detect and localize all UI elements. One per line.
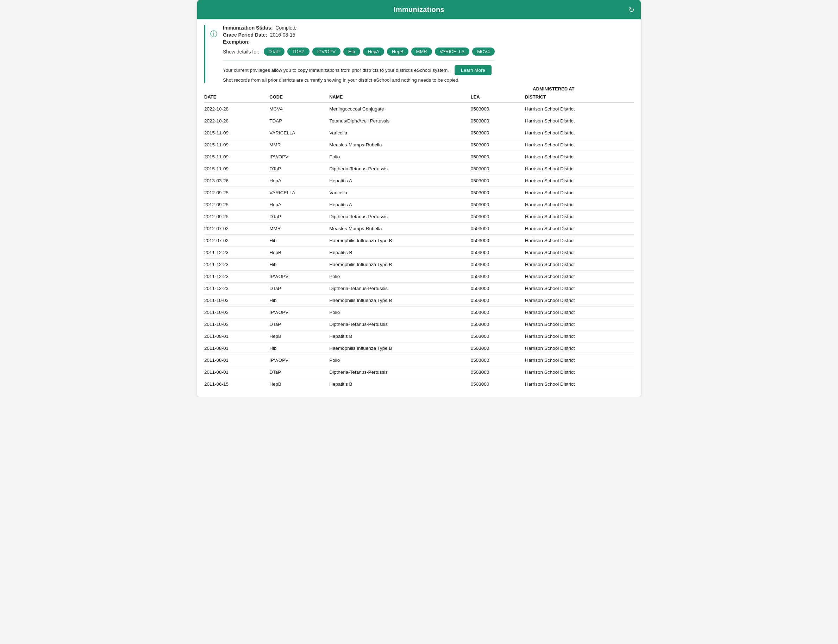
cell-lea: 0503000 bbox=[471, 163, 525, 175]
cell-lea: 0503000 bbox=[471, 259, 525, 271]
table-row: 2011-10-03DTaPDiptheria-Tetanus-Pertussi… bbox=[204, 319, 634, 330]
cell-name: Measles-Mumps-Rubella bbox=[329, 223, 471, 235]
cell-lea: 0503000 bbox=[471, 307, 525, 319]
cell-district: Harrison School District bbox=[525, 354, 634, 366]
cell-name: Hepatitis A bbox=[329, 199, 471, 211]
cell-lea: 0503000 bbox=[471, 127, 525, 139]
notice-text-1: Your current privileges allow you to cop… bbox=[223, 67, 449, 73]
filter-dtap[interactable]: DTaP bbox=[264, 48, 285, 56]
column-headers-row: DATE CODE NAME LEA DISTRICT bbox=[204, 92, 634, 103]
cell-lea: 0503000 bbox=[471, 175, 525, 187]
cell-lea: 0503000 bbox=[471, 187, 525, 199]
cell-district: Harrison School District bbox=[525, 294, 634, 307]
filter-mcv4[interactable]: MCV4 bbox=[472, 48, 495, 56]
cell-code: Hib bbox=[269, 342, 329, 354]
filter-hepb[interactable]: HepB bbox=[387, 48, 408, 56]
cell-code: HepB bbox=[269, 247, 329, 259]
cell-district: Harrison School District bbox=[525, 307, 634, 319]
cell-code: DTaP bbox=[269, 283, 329, 294]
filter-mmr[interactable]: MMR bbox=[411, 48, 432, 56]
cell-district: Harrison School District bbox=[525, 330, 634, 342]
col-header-lea: LEA bbox=[471, 92, 525, 103]
cell-code: DTaP bbox=[269, 319, 329, 330]
cell-lea: 0503000 bbox=[471, 330, 525, 342]
cell-code: DTaP bbox=[269, 211, 329, 223]
grace-period-line: Grace Period Date: 2016-08-15 bbox=[223, 32, 495, 38]
cell-name: Diptheria-Tetanus-Pertussis bbox=[329, 163, 471, 175]
cell-date: 2022-10-28 bbox=[204, 103, 269, 115]
cell-name: Measles-Mumps-Rubella bbox=[329, 139, 471, 151]
cell-district: Harrison School District bbox=[525, 366, 634, 378]
cell-date: 2011-08-01 bbox=[204, 354, 269, 366]
cell-lea: 0503000 bbox=[471, 319, 525, 330]
cell-date: 2015-11-09 bbox=[204, 127, 269, 139]
immunization-status-line: Immunization Status: Complete bbox=[223, 25, 495, 31]
cell-date: 2011-12-23 bbox=[204, 259, 269, 271]
cell-date: 2015-11-09 bbox=[204, 139, 269, 151]
cell-date: 2012-09-25 bbox=[204, 211, 269, 223]
cell-lea: 0503000 bbox=[471, 223, 525, 235]
cell-date: 2011-10-03 bbox=[204, 319, 269, 330]
cell-district: Harrison School District bbox=[525, 271, 634, 283]
table-row: 2015-11-09DTaPDiptheria-Tetanus-Pertussi… bbox=[204, 163, 634, 175]
cell-name: Hepatitis A bbox=[329, 175, 471, 187]
immunizations-table: ADMINISTERED AT DATE CODE NAME LEA DISTR… bbox=[204, 86, 634, 390]
cell-lea: 0503000 bbox=[471, 151, 525, 163]
table-row: 2012-09-25VARICELLAVaricella0503000Harri… bbox=[204, 187, 634, 199]
notice-row-1: Your current privileges allow you to cop… bbox=[223, 65, 495, 75]
table-row: 2022-10-28TDAPTetanus/Diph/Acell Pertuss… bbox=[204, 115, 634, 127]
status-section: ⓘ Immunization Status: Complete Grace Pe… bbox=[197, 19, 641, 83]
page-header: Immunizations ↻ bbox=[197, 0, 641, 19]
cell-name: Varicella bbox=[329, 187, 471, 199]
cell-name: Diptheria-Tetanus-Pertussis bbox=[329, 211, 471, 223]
cell-district: Harrison School District bbox=[525, 319, 634, 330]
table-row: 2012-09-25HepAHepatitis A0503000Harrison… bbox=[204, 199, 634, 211]
cell-name: Haemophilis Influenza Type B bbox=[329, 259, 471, 271]
cell-lea: 0503000 bbox=[471, 139, 525, 151]
administered-at-row: ADMINISTERED AT bbox=[204, 86, 634, 92]
cell-code: VARICELLA bbox=[269, 187, 329, 199]
cell-name: Diptheria-Tetanus-Pertussis bbox=[329, 319, 471, 330]
filter-tdap[interactable]: TDAP bbox=[287, 48, 310, 56]
cell-lea: 0503000 bbox=[471, 199, 525, 211]
table-container: ADMINISTERED AT DATE CODE NAME LEA DISTR… bbox=[197, 86, 641, 397]
administered-at-label: ADMINISTERED AT bbox=[471, 86, 634, 92]
table-row: 2011-12-23HepBHepatitis B0503000Harrison… bbox=[204, 247, 634, 259]
refresh-icon[interactable]: ↻ bbox=[629, 6, 634, 14]
cell-lea: 0503000 bbox=[471, 378, 525, 390]
table-row: 2015-11-09IPV/OPVPolio0503000Harrison Sc… bbox=[204, 151, 634, 163]
page-title: Immunizations bbox=[393, 6, 445, 14]
cell-code: Hib bbox=[269, 235, 329, 247]
table-row: 2011-12-23DTaPDiptheria-Tetanus-Pertussi… bbox=[204, 283, 634, 294]
cell-code: HepB bbox=[269, 330, 329, 342]
filter-ipv-opv[interactable]: IPV/OPV bbox=[312, 48, 341, 56]
cell-district: Harrison School District bbox=[525, 378, 634, 390]
cell-district: Harrison School District bbox=[525, 199, 634, 211]
table-row: 2011-12-23IPV/OPVPolio0503000Harrison Sc… bbox=[204, 271, 634, 283]
cell-lea: 0503000 bbox=[471, 235, 525, 247]
cell-date: 2011-12-23 bbox=[204, 283, 269, 294]
cell-code: MCV4 bbox=[269, 103, 329, 115]
filter-varicella[interactable]: VARICELLA bbox=[435, 48, 470, 56]
cell-lea: 0503000 bbox=[471, 294, 525, 307]
cell-code: Hib bbox=[269, 259, 329, 271]
cell-lea: 0503000 bbox=[471, 342, 525, 354]
cell-code: MMR bbox=[269, 223, 329, 235]
cell-date: 2011-12-23 bbox=[204, 271, 269, 283]
cell-district: Harrison School District bbox=[525, 151, 634, 163]
cell-date: 2011-08-01 bbox=[204, 366, 269, 378]
page-container: Immunizations ↻ ⓘ Immunization Status: C… bbox=[197, 0, 641, 397]
show-details-label: Show details for: bbox=[223, 49, 260, 54]
cell-name: Polio bbox=[329, 307, 471, 319]
cell-name: Meningococcal Conjugate bbox=[329, 103, 471, 115]
table-row: 2012-07-02HibHaemophilis Influenza Type … bbox=[204, 235, 634, 247]
col-header-code: CODE bbox=[269, 92, 329, 103]
col-header-name: NAME bbox=[329, 92, 471, 103]
filter-hepa[interactable]: HepA bbox=[363, 48, 385, 56]
table-row: 2011-12-23HibHaemophilis Influenza Type … bbox=[204, 259, 634, 271]
table-row: 2022-10-28MCV4Meningococcal Conjugate050… bbox=[204, 103, 634, 115]
table-row: 2015-11-09VARICELLAVaricella0503000Harri… bbox=[204, 127, 634, 139]
filter-hib[interactable]: Hib bbox=[343, 48, 360, 56]
learn-more-button[interactable]: Learn More bbox=[454, 65, 492, 75]
table-row: 2012-07-02MMRMeasles-Mumps-Rubella050300… bbox=[204, 223, 634, 235]
